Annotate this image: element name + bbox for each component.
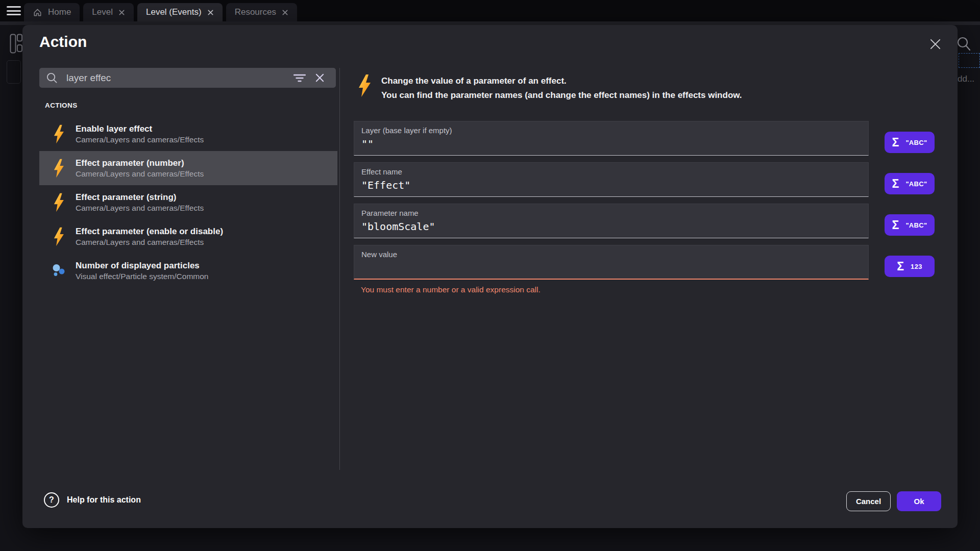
tab-label: Resources: [235, 7, 276, 17]
editor-surface-strip: [0, 21, 980, 25]
action-path: Camera/Layers and cameras/Effects: [76, 169, 204, 179]
lightning-bolt-icon: [52, 227, 66, 246]
action-title: Enable layer effect: [76, 123, 204, 135]
tab-strip: Home Level Level (Events) Resources: [24, 3, 297, 21]
menu-icon[interactable]: [7, 6, 21, 15]
lightning-bolt-icon: [52, 124, 66, 144]
close-tab-icon[interactable]: [207, 9, 214, 16]
expression-type-label: "ABC": [905, 139, 927, 146]
new-value-field[interactable]: New value: [354, 245, 869, 280]
dialog-close-icon[interactable]: [929, 38, 941, 52]
home-icon: [33, 8, 42, 17]
effect-name-field[interactable]: Effect name "Effect": [354, 162, 869, 197]
question-mark-icon: ?: [44, 492, 59, 508]
expression-builder-button[interactable]: Σ "ABC": [885, 214, 935, 236]
tab-bar: Home Level Level (Events) Resources: [0, 0, 980, 21]
selection-dashed-outline: [959, 53, 980, 68]
ok-button[interactable]: Ok: [897, 491, 941, 511]
filter-icon[interactable]: [289, 73, 310, 83]
tab-level-events[interactable]: Level (Events): [137, 3, 223, 21]
particles-icon: [52, 264, 66, 278]
help-button[interactable]: ? Help for this action: [44, 492, 141, 508]
tab-label: Level: [92, 7, 113, 17]
actions-section-header: ACTIONS: [45, 102, 78, 109]
action-path: Visual effect/Particle system/Common: [76, 271, 208, 282]
close-tab-icon[interactable]: [282, 9, 288, 16]
action-path: Camera/Layers and cameras/Effects: [76, 203, 204, 213]
action-dialog: Action ACTIONS Enable layer effect Camer…: [22, 25, 958, 528]
tab-home[interactable]: Home: [24, 3, 80, 21]
action-path: Camera/Layers and cameras/Effects: [76, 237, 223, 247]
action-search-bar: [39, 68, 336, 88]
action-title: Effect parameter (string): [76, 192, 204, 203]
description-line1: Change the value of a parameter of an ef…: [381, 74, 742, 88]
close-tab-icon[interactable]: [118, 9, 125, 16]
dialog-title: Action: [39, 33, 87, 51]
field-value: "": [361, 138, 374, 150]
field-label: Parameter name: [361, 209, 419, 217]
search-icon[interactable]: [956, 36, 971, 52]
description-line2: You can find the parameter names (and ch…: [381, 88, 742, 103]
expression-type-label: "ABC": [905, 221, 927, 229]
cancel-button[interactable]: Cancel: [846, 491, 891, 511]
field-value: "Effect": [361, 179, 410, 191]
truncated-add-label: dd...: [958, 74, 974, 84]
action-title: Effect parameter (enable or disable): [76, 226, 223, 237]
gdevelop-app: Home Level Level (Events) Resources dd..…: [0, 0, 980, 551]
field-label: New value: [361, 250, 397, 259]
list-item-enable-layer-effect[interactable]: Enable layer effect Camera/Layers and ca…: [39, 117, 337, 151]
expression-type-label: "ABC": [905, 180, 927, 188]
lightning-bolt-icon: [52, 159, 66, 178]
tab-label: Home: [48, 7, 71, 17]
lightning-bolt-icon: [52, 193, 66, 212]
list-item-effect-parameter-string[interactable]: Effect parameter (string) Camera/Layers …: [39, 185, 337, 219]
expression-builder-button[interactable]: Σ "ABC": [885, 173, 935, 194]
lightning-bolt-icon: [357, 74, 372, 97]
field-label: Effect name: [361, 167, 402, 176]
expression-type-label: 123: [911, 263, 922, 270]
sigma-icon: Σ: [897, 261, 904, 272]
action-title: Number of displayed particles: [76, 260, 208, 271]
layer-field[interactable]: Layer (base layer if empty) "": [354, 121, 869, 156]
tab-label: Level (Events): [146, 7, 202, 17]
panel-divider: [339, 68, 340, 470]
search-input[interactable]: [65, 72, 289, 84]
expression-builder-button[interactable]: Σ 123: [885, 256, 935, 277]
field-label: Layer (base layer if empty): [361, 126, 452, 135]
action-description: Change the value of a parameter of an ef…: [357, 74, 742, 103]
clear-search-icon[interactable]: [310, 73, 329, 83]
parameter-name-field[interactable]: Parameter name "bloomScale": [354, 204, 869, 238]
action-path: Camera/Layers and cameras/Effects: [76, 135, 204, 145]
sigma-icon: Σ: [892, 219, 899, 231]
list-item-effect-parameter-enable[interactable]: Effect parameter (enable or disable) Cam…: [39, 219, 337, 254]
help-label: Help for this action: [67, 495, 141, 505]
magnifier-icon: [46, 72, 58, 84]
sigma-icon: Σ: [892, 178, 899, 190]
panels-layout-icon: [10, 34, 22, 54]
validation-error-message: You must enter a number or a valid expre…: [361, 285, 541, 294]
expression-builder-button[interactable]: Σ "ABC": [885, 132, 935, 153]
list-item-number-of-displayed-particles[interactable]: Number of displayed particles Visual eff…: [39, 254, 337, 288]
tab-resources[interactable]: Resources: [226, 3, 297, 21]
action-title: Effect parameter (number): [76, 158, 204, 169]
action-list: Enable layer effect Camera/Layers and ca…: [39, 117, 337, 288]
toolbar-button-outline: [7, 60, 21, 84]
field-value: "bloomScale": [361, 220, 435, 233]
list-item-effect-parameter-number[interactable]: Effect parameter (number) Camera/Layers …: [39, 151, 337, 185]
sigma-icon: Σ: [892, 137, 899, 148]
tab-level[interactable]: Level: [83, 3, 134, 21]
